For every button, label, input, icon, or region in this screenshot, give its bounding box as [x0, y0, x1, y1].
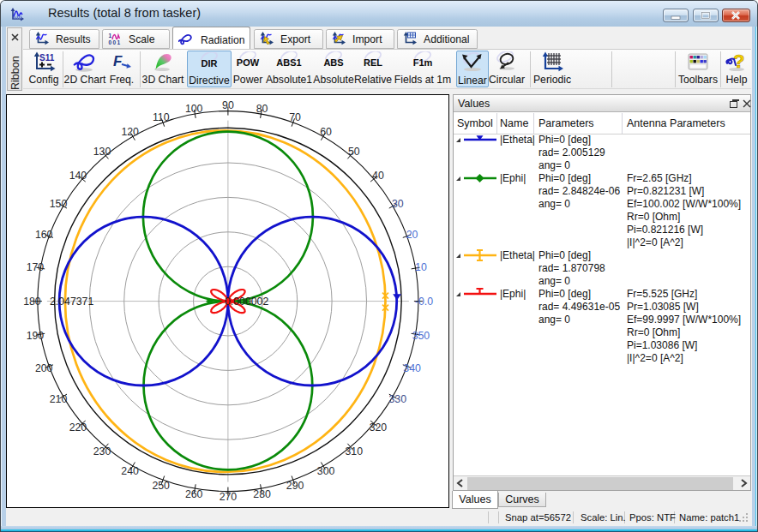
svg-text:150: 150: [50, 198, 68, 210]
svg-text:230: 230: [93, 445, 111, 457]
svg-text:1: 1: [117, 39, 121, 45]
svg-text:320: 320: [370, 421, 388, 433]
svg-text:F1m: F1m: [413, 57, 433, 68]
svg-text:110: 110: [153, 111, 170, 123]
svg-text:130: 130: [93, 146, 111, 158]
svg-text:10: 10: [415, 261, 427, 273]
svg-text:170: 170: [27, 261, 45, 273]
svg-text:1: 1: [109, 33, 112, 39]
svg-text:ABS1: ABS1: [276, 57, 301, 68]
svg-text:0: 0: [113, 39, 117, 45]
svg-text:REL: REL: [364, 57, 382, 68]
svg-text:300: 300: [317, 465, 335, 477]
svg-text:180: 180: [23, 296, 41, 308]
svg-text:0: 0: [109, 39, 112, 45]
svg-text:50: 50: [348, 146, 360, 158]
svg-text:200: 200: [35, 362, 53, 374]
svg-text:100: 100: [185, 103, 203, 115]
svg-text:20: 20: [406, 229, 418, 241]
svg-text:0.000002: 0.000002: [225, 296, 268, 308]
svg-text:S11: S11: [39, 53, 55, 63]
svg-text:120: 120: [121, 126, 139, 138]
svg-text:-0.0: -0.0: [415, 296, 433, 308]
svg-text:210: 210: [50, 393, 68, 405]
svg-text:280: 280: [253, 488, 271, 500]
svg-text:80: 80: [256, 103, 268, 115]
svg-text:350: 350: [412, 330, 430, 342]
svg-text:30: 30: [392, 198, 404, 210]
svg-text:290: 290: [286, 480, 304, 492]
svg-text:310: 310: [346, 445, 364, 457]
svg-text:160: 160: [35, 229, 53, 241]
svg-text:240: 240: [121, 465, 139, 477]
svg-text:2.047371: 2.047371: [50, 296, 93, 308]
svg-text:260: 260: [185, 488, 203, 500]
svg-text:ABS: ABS: [323, 57, 343, 68]
svg-text:40: 40: [372, 170, 384, 182]
svg-text:DIR: DIR: [202, 58, 218, 69]
svg-text:190: 190: [27, 330, 45, 342]
svg-text:70: 70: [289, 111, 301, 123]
svg-text:140: 140: [69, 170, 87, 182]
svg-text:330: 330: [389, 393, 407, 405]
svg-text:POW: POW: [237, 57, 260, 68]
svg-text:270: 270: [220, 491, 238, 503]
svg-text:F: F: [113, 53, 123, 69]
svg-text:90: 90: [222, 99, 234, 111]
svg-text:60: 60: [320, 126, 332, 138]
svg-text:250: 250: [152, 480, 170, 492]
svg-text:340: 340: [403, 362, 421, 374]
svg-text:220: 220: [69, 421, 87, 433]
